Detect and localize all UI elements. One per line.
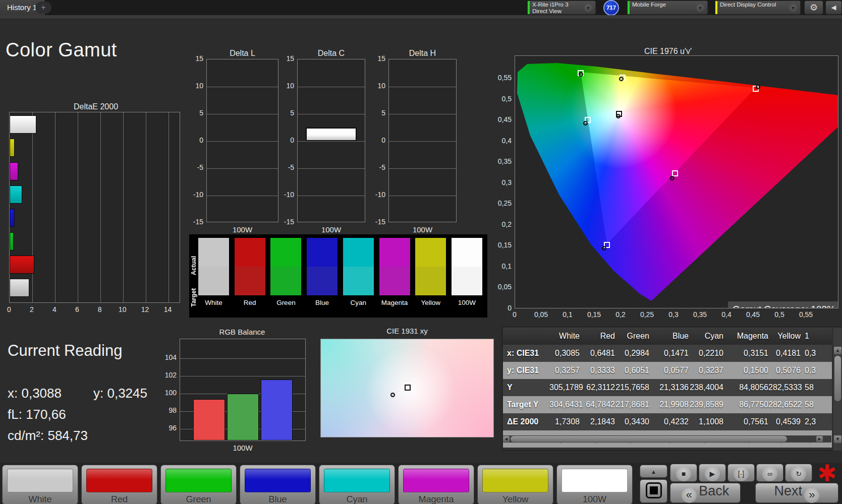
pattern-button-red[interactable]: Red xyxy=(81,465,157,504)
cie1976-y-tick: 0,1 xyxy=(494,262,512,270)
transport-pattern-size-button[interactable]: [·] xyxy=(727,464,755,482)
table-horizontal-scrollbar[interactable]: ◄ ► xyxy=(502,435,831,443)
collapse-panel-button[interactable]: ◀ xyxy=(825,1,842,15)
pattern-button-magenta[interactable]: Magenta xyxy=(398,465,474,504)
cie1976-y-tick: 0,55 xyxy=(494,74,512,82)
pattern-button-label: Cyan xyxy=(319,494,395,504)
table-header-White: White xyxy=(549,328,580,345)
table-cell: 0,6481 xyxy=(580,345,615,362)
gridline xyxy=(180,376,305,376)
gridline xyxy=(389,196,456,196)
x-tick: 2 xyxy=(28,305,36,313)
table-cell: 0,3237 xyxy=(689,362,723,379)
scroll-down-icon[interactable]: ▼ xyxy=(834,435,841,443)
meter-count-badge[interactable]: 717 xyxy=(603,0,619,16)
swatch-label: Magenta xyxy=(379,299,410,306)
table-cell: 282,6522 xyxy=(768,396,801,413)
pattern-button-cyan[interactable]: Cyan xyxy=(319,465,395,504)
pattern-button-label: Blue xyxy=(240,494,315,504)
y-tick: 5 xyxy=(371,109,385,117)
pattern-window-button[interactable] xyxy=(640,479,667,503)
display-control-dropdown[interactable]: Direct Display Control ▼ xyxy=(715,1,801,15)
table-cell: 1,1008 xyxy=(689,413,723,430)
swatch-actual xyxy=(198,238,229,267)
rgb-balance-x-label: 100W xyxy=(217,444,268,452)
pattern-button-white[interactable]: White xyxy=(2,465,78,504)
table-vscroll-thumb[interactable] xyxy=(834,356,841,401)
scroll-left-icon[interactable]: ◄ xyxy=(503,436,510,442)
reading-y: y: 0,3245 xyxy=(93,386,147,401)
delta-chart-title: Delta H xyxy=(373,49,472,58)
cie1976-y-tick: 0,3 xyxy=(494,178,512,186)
add-tab-button[interactable]: + xyxy=(35,2,51,14)
table-row-label: y: CIE31 xyxy=(503,362,549,379)
swatch-magenta xyxy=(379,238,410,295)
table-row[interactable]: x: CIE310,30850,64810,29840,14710,22100,… xyxy=(503,345,832,362)
swatch-blue xyxy=(307,238,338,295)
swatch-actual xyxy=(270,238,301,267)
swatch-red xyxy=(235,238,265,295)
x-tick: 14 xyxy=(164,305,172,313)
swatch-actual xyxy=(235,238,265,267)
display-control-dropdown-label: Direct Display Control xyxy=(720,2,776,8)
cie1976-y-tick: 0,4 xyxy=(494,137,512,145)
table-hscroll-thumb[interactable] xyxy=(511,436,787,442)
swatch-target xyxy=(307,267,338,295)
gridline xyxy=(180,358,305,359)
gridline xyxy=(169,112,169,302)
pattern-up-button[interactable]: ▲ xyxy=(640,465,667,478)
x-tick: 0 xyxy=(5,305,13,313)
pattern-swatch xyxy=(403,469,469,492)
rgb-y-tick: 102 xyxy=(160,371,177,379)
pattern-button-label: Red xyxy=(82,494,157,504)
table-row[interactable]: Y305,178962,3112215,765821,3136238,40048… xyxy=(503,379,832,396)
workflow-dropdown[interactable]: Mobile Forge ▼ xyxy=(627,1,708,15)
cie1976-y-tick: 0,15 xyxy=(494,241,512,249)
y-tick: 0 xyxy=(189,136,203,144)
swatch-actual xyxy=(307,238,338,267)
settings-button[interactable]: ⚙ xyxy=(804,1,823,15)
table-cell: 0,3085 xyxy=(549,345,580,362)
transport-play-button[interactable]: ▶ xyxy=(699,464,726,482)
rgb-balance-chart-title: RGB Balance xyxy=(197,328,288,336)
y-tick: 0 xyxy=(280,136,294,144)
transport-loop-button[interactable]: ∞ xyxy=(756,464,783,482)
pattern-button-green[interactable]: Green xyxy=(160,465,237,504)
cie1931-chart xyxy=(320,339,494,437)
cie1976-x-tick: 0,05 xyxy=(532,310,550,319)
meter-dropdown[interactable]: X-Rite i1Pro 3Direct View ▼ xyxy=(527,1,596,15)
transport-stop-button[interactable]: ■ xyxy=(670,464,697,482)
scroll-right-icon[interactable]: ► xyxy=(816,436,823,442)
table-row[interactable]: ΔE 20001,73082,18430,34300,42321,10080,7… xyxy=(503,413,832,430)
table-row[interactable]: y: CIE310,32570,33330,60510,05770,32370,… xyxy=(503,362,832,379)
rgb-y-tick: 100 xyxy=(160,389,177,397)
transport-refresh-button[interactable]: ↻ xyxy=(785,464,812,482)
table-cell: 86,7750 xyxy=(723,396,768,413)
y-tick: -5 xyxy=(371,163,385,171)
scroll-up-icon[interactable]: ▲ xyxy=(834,347,841,354)
table-cell: 58 xyxy=(801,396,827,413)
table-header-row: WhiteRedGreenBlueCyanMagentaYellow1 xyxy=(503,328,832,345)
cie1976-actual-red xyxy=(756,85,760,89)
chevron-down-icon: ▼ xyxy=(696,4,705,13)
pattern-button-yellow[interactable]: Yellow xyxy=(477,465,553,504)
table-vertical-scrollbar[interactable]: ▲ ▼ xyxy=(833,328,842,451)
swatch-target xyxy=(235,267,265,295)
gridline xyxy=(207,168,278,169)
reading-cdm2: cd/m²: 584,73 xyxy=(8,428,88,444)
pattern-swatch xyxy=(7,469,73,492)
table-header-Yellow: Yellow xyxy=(768,328,801,345)
swatch-label: Red xyxy=(235,299,265,306)
cie1931-chart-title: CIE 1931 xy xyxy=(362,327,453,335)
back-button[interactable]: « Back xyxy=(670,483,741,503)
table-cell: 0,0577 xyxy=(649,362,689,379)
pattern-button-blue[interactable]: Blue xyxy=(240,465,316,504)
cie1976-actual-magenta xyxy=(670,176,675,180)
y-tick: -10 xyxy=(189,191,203,199)
pattern-swatch xyxy=(482,469,548,492)
table-row[interactable]: Target Y304,643164,7842217,868121,990823… xyxy=(503,396,832,413)
y-tick: 5 xyxy=(189,109,203,117)
table-row-label: Y xyxy=(503,379,549,396)
target-row-label: Target xyxy=(190,270,198,325)
pattern-button-100w[interactable]: 100W xyxy=(556,465,633,504)
